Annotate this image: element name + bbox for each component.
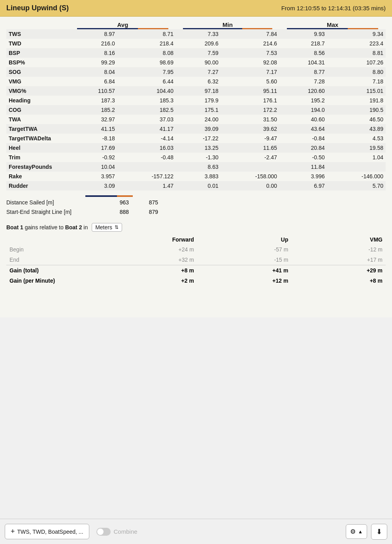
row-label: COG bbox=[6, 105, 70, 115]
max2-val: 43.89 bbox=[327, 124, 386, 134]
combine-label: Combine bbox=[114, 528, 138, 535]
gains-in-label: in bbox=[83, 224, 88, 230]
row-label: Trim bbox=[6, 153, 70, 162]
gains-end-forward: +32 m bbox=[77, 255, 197, 265]
avg1-val: 32.97 bbox=[70, 115, 117, 124]
gains-unit-selector[interactable]: Meters ⇅ bbox=[92, 223, 122, 232]
row-label: Rudder bbox=[6, 181, 70, 191]
avg2-val: 8.71 bbox=[117, 29, 176, 39]
min2-val: 7.53 bbox=[221, 48, 279, 58]
min2-val bbox=[221, 162, 279, 172]
gains-total-up: +41 m bbox=[197, 265, 292, 276]
download-icon: ⬇ bbox=[376, 527, 382, 536]
gains-vmg-col: VMG bbox=[291, 235, 386, 244]
max2-val: 115.01 bbox=[327, 86, 386, 96]
max1-val: 195.2 bbox=[279, 96, 327, 105]
min1-val: 209.6 bbox=[176, 39, 221, 48]
gains-permin-label: Gain (per Minute) bbox=[6, 276, 77, 286]
min2-val: 176.1 bbox=[221, 96, 279, 105]
avg2-val: 41.17 bbox=[117, 124, 176, 134]
min1-val: 8.63 bbox=[176, 162, 221, 172]
chevron-up-icon: ▲ bbox=[358, 529, 363, 535]
max1-val: 104.31 bbox=[279, 58, 327, 67]
table-row: TargetTWADelta -8.18 -4.14 -17.22 -9.47 … bbox=[6, 134, 386, 143]
combine-toggle-switch[interactable] bbox=[96, 528, 111, 536]
avg1-val: 17.69 bbox=[70, 143, 117, 153]
min1-val: -17.22 bbox=[176, 134, 221, 143]
gains-total-row: Gain (total) +8 m +41 m +29 m bbox=[6, 265, 386, 276]
table-row: Trim -0.92 -0.48 -1.30 -2.47 -0.50 1.04 bbox=[6, 153, 386, 162]
min2-val: 0.00 bbox=[221, 181, 279, 191]
max1-val: 9.93 bbox=[279, 29, 327, 39]
max1-val: 7.28 bbox=[279, 77, 327, 86]
avg2-val: 104.40 bbox=[117, 86, 176, 96]
avg1-val: 6.84 bbox=[70, 77, 117, 86]
gains-total-forward: +8 m bbox=[77, 265, 197, 276]
chevron-updown-icon: ⇅ bbox=[115, 225, 119, 230]
avg1-val: 110.57 bbox=[70, 86, 117, 96]
avg2-val bbox=[117, 162, 176, 172]
distance-sailed-row: Distance Sailed [m] 963 875 bbox=[6, 198, 386, 207]
max2-val: 191.8 bbox=[327, 96, 386, 105]
max2-val bbox=[327, 162, 386, 172]
settings-button[interactable]: ⚙ ▲ bbox=[346, 524, 367, 539]
plus-icon: + bbox=[11, 527, 15, 536]
gains-permin-up: +12 m bbox=[197, 276, 292, 286]
max1-val: 20.84 bbox=[279, 143, 327, 153]
avg1-val: -0.92 bbox=[70, 153, 117, 162]
gains-permin-forward: +2 m bbox=[77, 276, 197, 286]
page-wrapper: Lineup Upwind (S) From 12:10:55 to 12:14… bbox=[0, 0, 392, 317]
row-label: Heading bbox=[6, 96, 70, 105]
table-row: VMG 6.84 6.44 6.32 5.60 7.28 7.18 bbox=[6, 77, 386, 86]
row-label: Rake bbox=[6, 172, 70, 181]
distance-sailed-v1: 963 bbox=[109, 199, 129, 206]
avg1-val: -8.18 bbox=[70, 134, 117, 143]
row-label: VMG% bbox=[6, 86, 70, 96]
avg2-val: -4.14 bbox=[117, 134, 176, 143]
min2-val: -2.47 bbox=[221, 153, 279, 162]
min1-val: 7.59 bbox=[176, 48, 221, 58]
gains-begin-row: Begin +24 m -57 m -12 m bbox=[6, 244, 386, 255]
avg2-val: 8.08 bbox=[117, 48, 176, 58]
bottom-toolbar: + TWS, TWD, BoatSpeed, ... Combine ⚙ ▲ ⬇ bbox=[0, 519, 392, 544]
download-button[interactable]: ⬇ bbox=[371, 524, 387, 540]
avg1-val: 216.0 bbox=[70, 39, 117, 48]
add-chart-label: TWS, TWD, BoatSpeed, ... bbox=[17, 529, 83, 535]
gains-begin-up: -57 m bbox=[197, 244, 292, 255]
avg2-val: 1.47 bbox=[117, 181, 176, 191]
gains-begin-vmg: -12 m bbox=[291, 244, 386, 255]
max2-val: 107.26 bbox=[327, 58, 386, 67]
table-row: Rudder 3.09 1.47 0.01 0.00 6.97 5.70 bbox=[6, 181, 386, 191]
min2-val: 172.2 bbox=[221, 105, 279, 115]
min1-val: 7.33 bbox=[176, 29, 221, 39]
gains-header-row: Boat 1 gains relative to Boat 2 in Meter… bbox=[6, 223, 386, 232]
max2-val: 19.58 bbox=[327, 143, 386, 153]
max1-val: 11.84 bbox=[279, 162, 327, 172]
gains-permin-row: Gain (per Minute) +2 m +12 m +8 m bbox=[6, 276, 386, 286]
max1-val: 6.97 bbox=[279, 181, 327, 191]
max2-val: 8.81 bbox=[327, 48, 386, 58]
max2-val: 223.4 bbox=[327, 39, 386, 48]
min2-val: 214.6 bbox=[221, 39, 279, 48]
avg2-val: 7.95 bbox=[117, 67, 176, 77]
distance-straightline-label: Start-End Straight Line [m] bbox=[6, 209, 109, 215]
row-label: SOG bbox=[6, 67, 70, 77]
min1-val: 0.01 bbox=[176, 181, 221, 191]
min2-val: 11.65 bbox=[221, 143, 279, 153]
gains-end-label: End bbox=[6, 255, 77, 265]
stats-section: Avg Min bbox=[0, 17, 392, 191]
add-chart-button[interactable]: + TWS, TWD, BoatSpeed, ... bbox=[5, 524, 89, 539]
max1-val: -0.50 bbox=[279, 153, 327, 162]
avg2-val: 98.69 bbox=[117, 58, 176, 67]
min2-val: 95.11 bbox=[221, 86, 279, 96]
distance-color-bar bbox=[85, 195, 133, 197]
min-col-header: Min bbox=[222, 21, 233, 28]
row-label: TWA bbox=[6, 115, 70, 124]
row-label: BSP% bbox=[6, 58, 70, 67]
avg1-val: 8.97 bbox=[70, 29, 117, 39]
table-row: ForestayPounds 10.04 8.63 11.84 bbox=[6, 162, 386, 172]
max1-val: 3.996 bbox=[279, 172, 327, 181]
max2-val: 8.80 bbox=[327, 67, 386, 77]
avg1-val: 8.16 bbox=[70, 48, 117, 58]
min1-val: 175.1 bbox=[176, 105, 221, 115]
